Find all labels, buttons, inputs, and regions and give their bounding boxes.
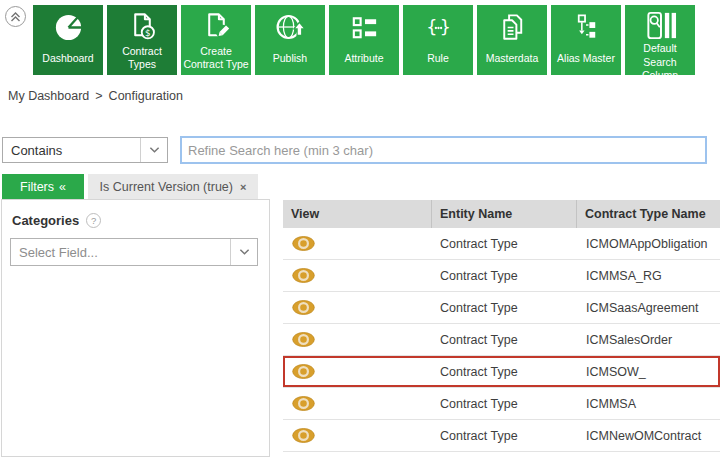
active-filter-label: Is Current Version (true): [100, 180, 233, 194]
table-row: Contract Type ICMMSA: [283, 388, 720, 420]
document-pencil-icon: [200, 9, 233, 45]
close-icon[interactable]: ×: [240, 181, 246, 193]
toolbar-buttons: Dashboard $ Contract Types Create Contra…: [33, 5, 695, 75]
eye-icon[interactable]: [292, 236, 315, 251]
chevron-down-icon: [140, 138, 167, 162]
toolbar-button-label: Create Contract Type: [181, 45, 251, 75]
categories-title-row: Categories ?: [12, 213, 269, 228]
search-input[interactable]: [180, 136, 707, 164]
entity-name-cell: Contract Type: [432, 388, 577, 419]
contract-type-name-cell: ICMSOW_: [577, 356, 720, 387]
table-row: Contract Type ICMMSA_RG: [283, 260, 720, 292]
category-field-placeholder: Select Field...: [11, 245, 230, 260]
categories-panel: Categories ? Select Field...: [1, 199, 270, 457]
contract-type-name-cell: ICMNewOMContract: [577, 420, 720, 451]
column-header-entity-name[interactable]: Entity Name: [432, 200, 577, 228]
view-cell: [283, 228, 432, 259]
svg-text:$: $: [145, 28, 151, 38]
toolbar-button-create-contract-type[interactable]: Create Contract Type: [181, 5, 251, 75]
stacked-documents-icon: [496, 9, 529, 46]
view-cell: [283, 420, 432, 451]
filters-toggle-button[interactable]: Filters «: [2, 174, 84, 199]
braces-icon: {}: [422, 9, 455, 46]
view-cell: [283, 260, 432, 291]
results-table: View Entity Name Contract Type Name Cont…: [283, 200, 720, 452]
table-body: Contract Type ICMOMAppObligation Contrac…: [283, 228, 720, 452]
entity-name-cell: Contract Type: [432, 228, 577, 259]
toolbar-button-label: Attribute: [343, 46, 384, 75]
breadcrumb: My Dashboard > Configuration: [8, 89, 183, 103]
category-field-select[interactable]: Select Field...: [10, 238, 258, 266]
column-header-contract-type-name[interactable]: Contract Type Name: [577, 200, 720, 228]
entity-name-cell: Contract Type: [432, 324, 577, 355]
toolbar-button-label: Alias Master: [556, 46, 616, 75]
entity-name-cell: Contract Type: [432, 420, 577, 451]
table-row: Contract Type ICMOMAppObligation: [283, 228, 720, 260]
contract-type-name-cell: ICMSaasAgreement: [577, 292, 720, 323]
column-header-view[interactable]: View: [283, 200, 432, 228]
hierarchy-icon: [570, 9, 603, 46]
view-cell: [283, 292, 432, 323]
eye-icon[interactable]: [292, 332, 315, 347]
collapse-toolbar-button[interactable]: [5, 6, 26, 27]
toolbar-button-label: Masterdata: [485, 46, 540, 75]
toolbar-button-rule[interactable]: {} Rule: [403, 5, 473, 75]
chevrons-up-icon: [9, 10, 22, 23]
toolbar-button-masterdata[interactable]: Masterdata: [477, 5, 547, 75]
eye-icon[interactable]: [292, 428, 315, 443]
view-cell: [283, 324, 432, 355]
entity-name-cell: Contract Type: [432, 292, 577, 323]
pie-chart-icon: [52, 9, 85, 46]
table-row: Contract Type ICMSalesOrder: [283, 324, 720, 356]
contract-type-name-cell: ICMMSA_RG: [577, 260, 720, 291]
breadcrumb-separator: >: [95, 89, 102, 103]
toolbar-button-label: Default Search Column: [625, 42, 695, 86]
contract-type-name-cell: ICMOMAppObligation: [577, 228, 720, 259]
toolbar-button-publish[interactable]: Publish: [255, 5, 325, 75]
view-cell: [283, 356, 432, 387]
search-columns-icon: [644, 9, 677, 42]
breadcrumb-item-my-dashboard[interactable]: My Dashboard: [8, 89, 89, 103]
eye-icon[interactable]: [292, 396, 315, 411]
chevrons-left-icon: «: [59, 180, 66, 194]
toolbar-button-alias-master[interactable]: Alias Master: [551, 5, 621, 75]
eye-icon[interactable]: [292, 300, 315, 315]
eye-icon[interactable]: [292, 268, 315, 283]
active-filter-tab[interactable]: Is Current Version (true) ×: [88, 174, 258, 199]
eye-icon[interactable]: [292, 364, 315, 379]
categories-title: Categories: [12, 213, 79, 228]
toolbar-button-contract-types[interactable]: $ Contract Types: [107, 5, 177, 75]
toolbar-button-label: Dashboard: [41, 46, 94, 75]
view-cell: [283, 388, 432, 419]
document-dollar-icon: $: [126, 9, 159, 45]
toolbar-button-dashboard[interactable]: Dashboard: [33, 5, 103, 75]
toolbar-button-default-search-column[interactable]: Default Search Column: [625, 5, 695, 75]
table-row: Contract Type ICMNewOMContract: [283, 420, 720, 452]
globe-arrow-icon: [274, 9, 307, 46]
filters-toggle-label: Filters: [20, 180, 54, 194]
toolbar-button-label: Contract Types: [107, 45, 177, 75]
toolbar-button-label: Publish: [272, 46, 308, 75]
table-row-highlighted: Contract Type ICMSOW_: [283, 356, 720, 388]
search-operator-value: Contains: [3, 143, 140, 158]
search-operator-select[interactable]: Contains: [2, 137, 168, 163]
table-row: Contract Type ICMSaasAgreement: [283, 292, 720, 324]
contract-type-name-cell: ICMMSA: [577, 388, 720, 419]
contract-type-name-cell: ICMSalesOrder: [577, 324, 720, 355]
entity-name-cell: Contract Type: [432, 260, 577, 291]
breadcrumb-item-configuration[interactable]: Configuration: [109, 89, 183, 103]
toolbar-button-label: Rule: [426, 46, 450, 75]
table-header: View Entity Name Contract Type Name: [283, 200, 720, 228]
chevron-down-icon: [230, 239, 257, 265]
toolbar-button-attribute[interactable]: Attribute: [329, 5, 399, 75]
help-icon[interactable]: ?: [86, 213, 101, 228]
entity-name-cell: Contract Type: [432, 356, 577, 387]
attribute-list-icon: [348, 9, 381, 46]
